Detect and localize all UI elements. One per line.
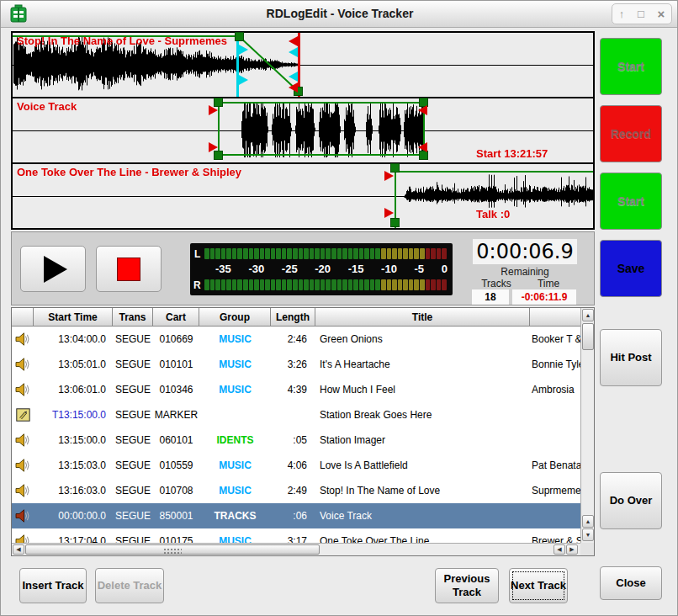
maximize-window-icon[interactable]: □ xyxy=(638,8,644,19)
table-row[interactable]: 13:15:03.0SEGUE010559MUSIC4:06Love Is A … xyxy=(12,453,580,478)
voice-end-top-icon[interactable] xyxy=(418,105,427,115)
fade-start-handle[interactable] xyxy=(235,32,244,41)
cell-title: One Toke Over The Line xyxy=(315,528,530,543)
cell-trans: SEGUE xyxy=(113,327,153,352)
cell-title: Voice Track xyxy=(315,503,530,528)
meter-segment xyxy=(226,248,231,259)
scroll-up2-icon[interactable]: ▲ xyxy=(582,515,594,528)
meter-segment xyxy=(364,248,369,259)
scroll-right-icon[interactable]: ▶ xyxy=(566,544,578,555)
meter-segment xyxy=(276,248,281,259)
segue-start-bottom-icon[interactable] xyxy=(384,208,394,218)
table-row[interactable]: T13:15:00.0SEGUEMARKERStation Break Goes… xyxy=(12,402,580,427)
talk-marker-bottom-icon[interactable] xyxy=(239,75,248,85)
scroll-left-icon[interactable]: ◀ xyxy=(13,544,24,555)
row-type-icon xyxy=(12,377,34,402)
column-header-length[interactable]: Length xyxy=(271,308,315,327)
meter-segment xyxy=(370,279,375,290)
meter-segment xyxy=(331,248,336,259)
meter-segment xyxy=(304,248,309,259)
table-row[interactable]: 13:04:00.0SEGUE010669MUSIC2:46Green Onio… xyxy=(12,327,580,352)
previous-track-button[interactable]: Previous Track xyxy=(435,568,499,603)
table-row[interactable]: 13:17:04.0SEGUE010175MUSIC3:17One Toke O… xyxy=(12,528,580,543)
meter-right-label: R xyxy=(193,279,201,291)
talk-end-top-icon[interactable] xyxy=(289,47,298,57)
meter-segment xyxy=(287,248,292,259)
talk-end-bottom-icon[interactable] xyxy=(289,72,298,82)
scroll-left2-icon[interactable]: ◀ xyxy=(554,544,565,555)
track-1-outgoing[interactable]: Stop! In The Name of Love - Suprmemes xyxy=(13,33,593,97)
voice-start-top-icon[interactable] xyxy=(209,105,218,115)
voice-end-bottom-icon[interactable] xyxy=(418,142,427,152)
column-header-icon[interactable] xyxy=(12,308,34,327)
talk-marker-top-icon[interactable] xyxy=(239,45,248,55)
do-over-button[interactable]: Do Over xyxy=(600,472,662,529)
row-type-icon xyxy=(12,478,34,503)
segue-start-top-icon[interactable] xyxy=(384,171,394,181)
horizontal-scroll-thumb[interactable] xyxy=(25,544,320,555)
segue-bottom-handle[interactable] xyxy=(390,218,400,227)
meter-segment xyxy=(442,279,447,290)
end-marker-bottom-icon[interactable] xyxy=(289,82,298,93)
scroll-up-icon[interactable]: ▲ xyxy=(582,309,594,321)
vertical-scrollbar[interactable]: ▲ ▲ ▼ xyxy=(580,308,594,543)
speaker-icon xyxy=(15,383,31,396)
titlebar[interactable]: RDLogEdit - Voice Tracker ↑ □ × xyxy=(1,1,678,28)
meter-scale-tick: -15 xyxy=(348,263,364,276)
next-track-button[interactable]: Next Track xyxy=(509,568,568,603)
meter-segment xyxy=(249,248,254,259)
cell-start-time: 13:17:04.0 xyxy=(34,528,113,543)
cell-trans: SEGUE xyxy=(113,377,153,402)
save-button[interactable]: Save xyxy=(600,240,662,297)
vertical-scroll-thumb[interactable] xyxy=(582,323,594,350)
speaker-icon xyxy=(15,459,31,472)
cell-artist: Booker T & xyxy=(530,327,580,352)
meter-segment xyxy=(375,279,380,290)
track-2-voice[interactable]: Voice Track Start 13:21:57 xyxy=(13,98,593,162)
record-button[interactable]: Record xyxy=(600,105,662,162)
close-button[interactable]: Close xyxy=(600,566,662,600)
cell-cart: 010559 xyxy=(153,453,199,478)
meter-segment xyxy=(271,248,276,259)
table-row[interactable]: 13:06:01.0SEGUE010346MUSIC4:39How Much I… xyxy=(12,377,580,402)
meter-segment xyxy=(310,279,315,290)
close-window-icon[interactable]: × xyxy=(657,8,665,20)
cell-length: :06 xyxy=(271,503,315,528)
horizontal-scrollbar[interactable]: ◀ ◀ ▶ xyxy=(12,543,580,555)
scroll-down-icon[interactable]: ▼ xyxy=(582,528,594,541)
cell-length: 4:39 xyxy=(271,377,315,402)
hit-post-button[interactable]: Hit Post xyxy=(600,329,662,386)
table-row[interactable]: 13:16:03.0SEGUE010708MUSIC2:49Stop! In T… xyxy=(12,478,580,503)
insert-track-button[interactable]: Insert Track xyxy=(19,568,87,603)
play-button[interactable] xyxy=(20,246,86,292)
column-header-start-time[interactable]: Start Time xyxy=(34,308,113,327)
window-title: RDLogEdit - Voice Tracker xyxy=(1,7,678,20)
column-header-group[interactable]: Group xyxy=(199,308,271,327)
meter-segment xyxy=(315,279,320,290)
start-next-button[interactable]: Start xyxy=(600,173,662,230)
column-header-trans[interactable]: Trans xyxy=(113,308,153,327)
track-3-incoming[interactable]: One Toke Over The Line - Brewer & Shiple… xyxy=(13,164,593,228)
cell-trans: SEGUE xyxy=(113,402,153,427)
shade-window-icon[interactable]: ↑ xyxy=(619,8,625,19)
cell-group xyxy=(199,402,271,427)
meter-segment xyxy=(398,279,403,290)
speaker-icon xyxy=(15,484,31,497)
table-row[interactable]: 13:05:01.0SEGUE010101MUSIC3:26It's A Hea… xyxy=(12,352,580,377)
cell-length: 3:26 xyxy=(271,352,315,377)
meter-segment xyxy=(442,248,447,259)
table-row-selected[interactable]: 00:00:00.0SEGUE850001TRACKS:06Voice Trac… xyxy=(12,503,580,528)
cell-artist: Suprmemes xyxy=(530,478,580,503)
end-marker-top-icon[interactable] xyxy=(289,36,298,46)
voice-start-bottom-icon[interactable] xyxy=(209,142,218,152)
stop-button[interactable] xyxy=(96,246,162,292)
table-row[interactable]: 13:15:00.0SEGUE060101IDENTS:05Station Im… xyxy=(12,427,580,453)
cell-cart: MARKER xyxy=(153,402,199,427)
start-previous-button[interactable]: Start xyxy=(600,38,662,95)
cell-group: IDENTS xyxy=(199,427,271,453)
column-header-artist[interactable] xyxy=(530,308,580,327)
meter-segment xyxy=(387,279,392,290)
column-header-title[interactable]: Title xyxy=(315,308,530,327)
column-header-cart[interactable]: Cart xyxy=(153,308,199,327)
delete-track-button[interactable]: Delete Track xyxy=(95,568,164,603)
